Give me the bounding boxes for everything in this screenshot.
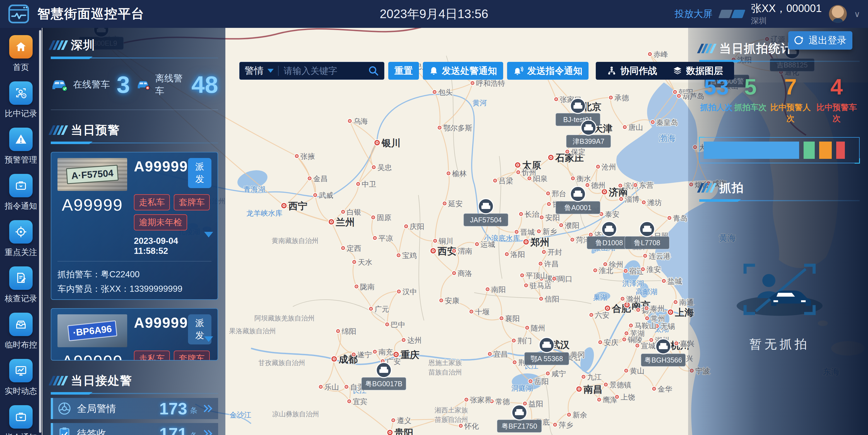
capture-stats-title: 当日抓拍统计	[719, 41, 793, 56]
monitor-chart-icon	[14, 364, 27, 377]
svg-text:萍乡: 萍乡	[559, 421, 573, 429]
topbar: 智慧街面巡控平台 2023年9月4日13:56 投放大屏 张XX，000001 …	[0, 0, 868, 28]
inbox-icon	[14, 318, 27, 331]
svg-text:渭南: 渭南	[458, 247, 472, 255]
tag-smuggle: 走私车	[134, 350, 170, 361]
header-stripes-icon	[51, 376, 66, 386]
capture-photo: A·F57504	[58, 158, 127, 191]
svg-text:南昌: 南昌	[584, 384, 602, 395]
svg-text:铜陵: 铜陵	[627, 336, 642, 344]
tag-fake-plate: 套牌车	[174, 350, 210, 361]
alert-info: 抓拍警车：粤C22400 车内警员：张XX：13399999999	[58, 261, 211, 295]
row-count: 171	[159, 424, 187, 435]
cooperative-combat-button[interactable]: 协同作战	[607, 65, 657, 77]
svg-text:忻州: 忻州	[522, 168, 536, 177]
svg-text:吕梁: 吕梁	[499, 177, 513, 185]
svg-text:潍坊: 潍坊	[647, 198, 662, 207]
layers-icon	[673, 66, 682, 75]
svg-text:贵阳: 贵阳	[394, 428, 413, 435]
chevron-down-icon[interactable]: ∨	[854, 9, 860, 19]
svg-text:随州: 随州	[531, 324, 545, 332]
logout-icon	[794, 35, 804, 45]
svg-text:兰州: 兰州	[336, 217, 355, 227]
double-arrow-icon	[202, 403, 213, 413]
dispatch-button[interactable]: 派发	[188, 158, 211, 188]
sidebar-item-temp-control[interactable]: 临时布控	[5, 313, 37, 350]
card-expand-caret-icon[interactable]	[204, 336, 213, 342]
caret-down-icon	[268, 69, 274, 73]
sidebar-item-command-notice[interactable]: 指令通知	[5, 174, 37, 212]
svg-text:果洛藏族自治州: 果洛藏族自治州	[229, 327, 276, 335]
capture-proportion-bar	[699, 137, 860, 163]
sidebar-item-home[interactable]: 首页	[9, 35, 33, 73]
svg-text:JAF57504: JAF57504	[470, 216, 502, 224]
map-tools: 协同作战 数据图层	[596, 62, 734, 80]
logout-button[interactable]: 退出登录	[788, 31, 852, 49]
sidebar-item-check-records[interactable]: 核查记录	[5, 266, 37, 304]
svg-text:阿坝藏族羌族自治州: 阿坝藏族羌族自治州	[254, 314, 315, 322]
cast-toggle[interactable]	[720, 10, 744, 18]
sidebar-scrollbar[interactable]	[39, 30, 41, 433]
region-title: 深圳	[71, 37, 95, 53]
svg-text:襄阳: 襄阳	[505, 314, 520, 323]
sidebar-item-warning-management[interactable]: 预警管理	[5, 128, 37, 166]
svg-text:巴中: 巴中	[391, 321, 405, 329]
svg-text:渤海: 渤海	[659, 133, 676, 143]
filter-dropdown[interactable]: 警情	[245, 64, 274, 77]
document-edit-icon	[14, 272, 27, 285]
send-police-notice-button[interactable]: 发送处警通知	[423, 62, 503, 80]
svg-text:德州: 德州	[591, 181, 606, 190]
warning-triangle-icon	[14, 133, 27, 146]
svg-text:恩施土家族: 恩施土家族	[428, 359, 462, 366]
avatar[interactable]	[829, 5, 847, 23]
svg-text:平顶山: 平顶山	[526, 271, 548, 280]
svg-text:宜昌: 宜昌	[493, 350, 508, 358]
dispatch-row-to-sign[interactable]: 待签收 171 条	[51, 423, 218, 435]
svg-text:鲁L7708: 鲁L7708	[634, 239, 660, 246]
svg-text:安康: 安康	[445, 297, 459, 305]
svg-text:宣城: 宣城	[641, 342, 655, 350]
sidebar-item-key-focus[interactable]: 重点关注	[5, 220, 37, 258]
alert-card[interactable]: ·BP6A96 A99999 A99999 派发 走私车 套牌车 逾期未年检	[51, 308, 218, 361]
svg-text:泰州: 泰州	[650, 304, 665, 313]
svg-text:凉山彝族自治州: 凉山彝族自治州	[272, 410, 319, 418]
header-stripes-icon	[51, 125, 66, 135]
svg-text:黄冈: 黄冈	[570, 350, 585, 359]
card-expand-caret-icon[interactable]	[204, 232, 213, 237]
sidebar-item-command-notice-2[interactable]: 指令通知	[5, 405, 37, 435]
dispatch-header: 当日接处警	[51, 373, 218, 389]
svg-text:铜川: 铜川	[438, 237, 453, 245]
home-icon	[14, 40, 27, 53]
svg-text:安庆: 安庆	[604, 338, 618, 347]
svg-text:达州: 达州	[407, 336, 422, 344]
svg-text:商洛: 商洛	[458, 269, 472, 277]
reset-button[interactable]: 重置	[388, 62, 419, 80]
target-icon	[14, 226, 27, 238]
stat-vehicle-captures: 5 抓拍车次	[733, 74, 767, 124]
alert-card[interactable]: A·F57504 A99999 A99999 派发 走私车 套牌车 逾期未年检	[51, 152, 218, 300]
alert-tags: 走私车 套牌车 逾期未年检	[134, 350, 211, 361]
svg-text:金沙江: 金沙江	[229, 411, 251, 419]
svg-text:唐山: 唐山	[628, 123, 643, 132]
svg-text:洛阳: 洛阳	[510, 250, 525, 259]
send-command-notice-button[interactable]: 发送指令通知	[507, 62, 589, 80]
sidebar-item-realtime[interactable]: 实时动态	[5, 359, 37, 397]
plate-number: A99999	[58, 352, 127, 361]
smart-street-patrol-platform: 黄河小浪底水库微山湖洪泽湖高邮湖太湖洞庭湖长江长江金沙江青海湖龙羊峡水库渤海黄海…	[0, 0, 868, 435]
search-input[interactable]	[283, 66, 368, 76]
dispatch-row-total[interactable]: 全局警情 173 条	[51, 398, 218, 419]
svg-text:许昌: 许昌	[544, 260, 559, 268]
header-stripes-icon	[699, 44, 714, 53]
svg-text:上饶: 上饶	[621, 393, 635, 401]
svg-text:淮北: 淮北	[599, 266, 613, 275]
svg-text:新乡: 新乡	[542, 227, 557, 236]
sidebar-item-match-records[interactable]: 比中记录	[5, 81, 37, 119]
data-layers-button[interactable]: 数据图层	[673, 65, 723, 77]
svg-text:粤BG0017B: 粤BG0017B	[365, 380, 402, 388]
svg-text:衡水: 衡水	[577, 174, 591, 183]
cast-screen-link[interactable]: 投放大屏	[675, 7, 713, 20]
row-count: 173	[159, 399, 187, 418]
header-stripes-icon	[51, 40, 66, 50]
search-icon[interactable]	[368, 65, 379, 76]
alerts-header: 当日预警	[51, 122, 218, 138]
